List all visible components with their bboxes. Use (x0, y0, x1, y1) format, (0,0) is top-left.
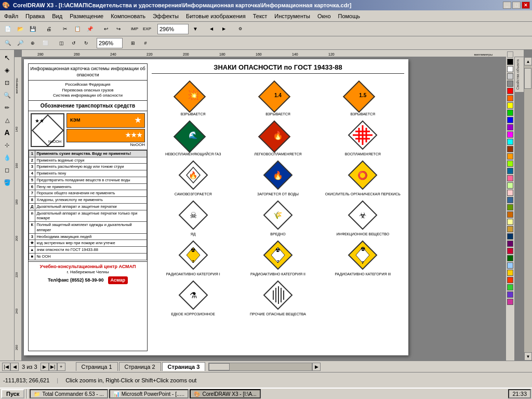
color-gray2[interactable] (507, 81, 513, 87)
color-black[interactable] (507, 59, 513, 65)
color-none[interactable] (507, 51, 513, 58)
color-yellow2[interactable] (507, 270, 513, 276)
scroll-thumb[interactable] (524, 68, 531, 89)
tb2-b3[interactable]: ↻ (81, 37, 92, 49)
color-brown[interactable] (507, 146, 513, 152)
hscroll-thumb[interactable] (209, 363, 230, 370)
color-bright-green[interactable] (507, 284, 513, 290)
color-mint[interactable] (507, 182, 513, 189)
color-yellow[interactable] (507, 102, 513, 109)
color-green[interactable] (507, 110, 513, 116)
eyedropper-tool[interactable]: 💧 (2, 152, 13, 163)
tb2-grid[interactable]: # (140, 37, 151, 49)
select-tool[interactable]: ↖ (2, 52, 13, 63)
smart-fill-tool[interactable]: △ (2, 114, 13, 126)
menu-bitmaps[interactable]: Битовые изображения (183, 12, 249, 20)
color-magenta[interactable] (507, 131, 513, 138)
outline-tool[interactable]: ◻ (2, 164, 13, 176)
color-fuchsia[interactable] (507, 299, 513, 305)
start-button[interactable]: Пуск (1, 389, 24, 398)
zoom-dropdown[interactable]: ▼ (190, 23, 201, 35)
page-next-button[interactable]: ▶ (41, 363, 49, 371)
menu-help[interactable]: Помощь (335, 12, 364, 20)
zoom-fit-button[interactable]: ⊕ (27, 37, 38, 49)
print-button[interactable]: 🖨 (43, 23, 55, 35)
zoom-in-button[interactable]: 🔍 (2, 37, 14, 49)
page-tab-1[interactable]: Страница 1 (76, 362, 118, 371)
copy-button[interactable]: 📋 (72, 23, 83, 35)
color-teal[interactable] (507, 168, 513, 174)
redo-button[interactable]: ↪ (113, 23, 124, 35)
tb-more1[interactable]: ◀ (206, 23, 217, 35)
close-button[interactable]: ✕ (522, 2, 530, 9)
menu-view[interactable]: Вид (49, 12, 65, 20)
tb-more2[interactable]: ▶ (218, 23, 230, 35)
tb2-snap[interactable]: ⊞ (127, 37, 139, 49)
color-scarlet[interactable] (507, 277, 513, 283)
menu-text[interactable]: Текст (250, 12, 271, 20)
shape-tool[interactable]: ◈ (2, 64, 13, 76)
color-violet[interactable] (507, 291, 513, 298)
text-tool[interactable]: A (2, 127, 13, 138)
page-last-button[interactable]: ▶| (49, 363, 57, 371)
minimize-button[interactable]: _ (503, 2, 511, 9)
paste-button[interactable]: 📌 (84, 23, 96, 35)
vertical-scrollbar[interactable]: ▲ ▼ (524, 57, 532, 361)
open-button[interactable]: 📂 (15, 23, 26, 35)
tb2-b1[interactable]: ◫ (56, 37, 67, 49)
zoom-out-button[interactable]: 🔎 (15, 37, 26, 49)
zoom-input2[interactable] (97, 38, 123, 48)
color-gold[interactable] (507, 226, 513, 232)
menu-edit[interactable]: Правка (22, 12, 48, 20)
export-button[interactable]: EXP (141, 23, 153, 35)
menu-layout[interactable]: Компоновать (108, 12, 149, 20)
tb2-b2[interactable]: ↺ (68, 37, 79, 49)
crop-tool[interactable]: ⊡ (2, 77, 13, 88)
color-darkblue[interactable] (507, 233, 513, 240)
import-button[interactable]: IMP (129, 23, 140, 35)
color-lime[interactable] (507, 161, 513, 167)
interactive-tool[interactable]: ⊹ (2, 139, 13, 151)
menu-arrange[interactable]: Размещение (66, 12, 107, 20)
options-button[interactable]: ⚙ (234, 23, 246, 35)
page-tab-2[interactable]: Страница 2 (119, 362, 161, 371)
color-cream[interactable] (507, 219, 513, 225)
zoom-tool[interactable]: 🔍 (2, 89, 13, 101)
new-button[interactable]: 📄 (2, 23, 14, 35)
page-prev-button[interactable]: ◀ (10, 363, 19, 371)
undo-button[interactable]: ↩ (100, 23, 112, 35)
taskbar-item-powerpoint[interactable]: 📊 Microsoft PowerPoint - [..… (109, 389, 189, 398)
color-darkpurple[interactable] (507, 241, 513, 247)
maximize-button[interactable]: □ (512, 2, 521, 9)
cut-button[interactable]: ✂ (59, 23, 71, 35)
window-controls[interactable]: _ □ ✕ (503, 2, 530, 9)
scroll-down-button[interactable]: ▼ (524, 352, 532, 361)
add-page-button[interactable]: + (57, 363, 65, 371)
color-olive[interactable] (507, 204, 513, 210)
freehand-tool[interactable]: ✏ (2, 102, 13, 113)
color-navy[interactable] (507, 197, 513, 203)
zoom-page-button[interactable]: ⬜ (39, 37, 51, 49)
color-darkgreen[interactable] (507, 255, 513, 261)
color-darkred[interactable] (507, 248, 513, 254)
color-gray1[interactable] (507, 73, 513, 79)
color-rose[interactable] (507, 190, 513, 196)
page-first-button[interactable]: |◀ (2, 363, 10, 371)
color-orange[interactable] (507, 95, 513, 101)
menu-effects[interactable]: Эффекты (150, 12, 182, 20)
taskbar-item-coreldraw[interactable]: 🎨 CorelDRAW X3 - [I:\А... (190, 389, 260, 398)
fill-tool[interactable]: 🪣 (2, 177, 13, 188)
menu-tools[interactable]: Инструменты (271, 12, 313, 20)
scroll-up-button[interactable]: ▲ (524, 57, 532, 65)
menu-window[interactable]: Окно (314, 12, 334, 20)
page-scrollbar[interactable] (208, 363, 312, 371)
menu-file[interactable]: Файл (1, 12, 21, 20)
color-orange2[interactable] (507, 153, 513, 159)
color-pink[interactable] (507, 175, 513, 181)
save-button[interactable]: 💾 (27, 23, 38, 35)
canvas-area[interactable]: 280 260 240 220 200 180 160 140 120 милл… (15, 50, 532, 361)
page-tab-3[interactable]: Страница 3 (162, 362, 206, 371)
zoom-input[interactable] (157, 24, 189, 34)
color-rust[interactable] (507, 211, 513, 218)
color-red[interactable] (507, 88, 513, 94)
